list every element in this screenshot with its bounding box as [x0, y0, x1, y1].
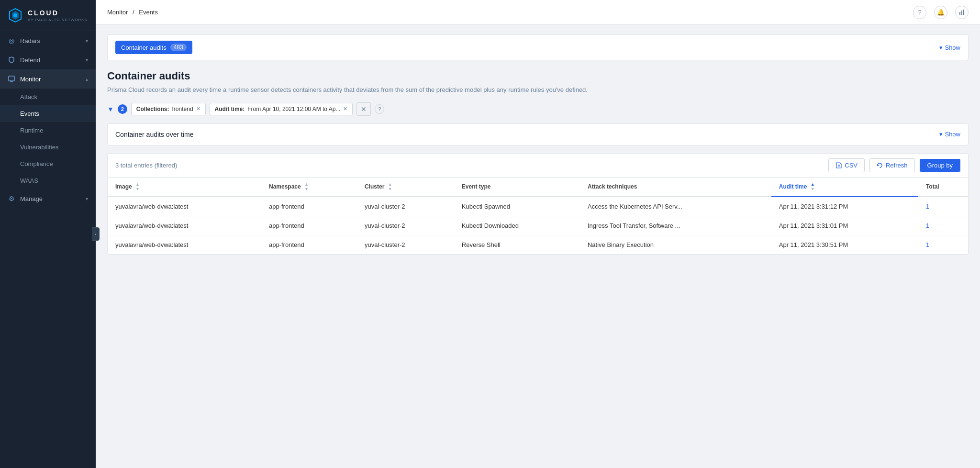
refresh-icon [877, 162, 883, 168]
col-total-label: Total [926, 183, 939, 190]
refresh-button[interactable]: Refresh [869, 158, 915, 172]
radars-chevron: ▾ [86, 38, 88, 44]
csv-label: CSV [845, 162, 858, 169]
sidebar-sub-attack[interactable]: Attack [0, 89, 96, 105]
cell-event-type-2: Reverse Shell [454, 235, 580, 254]
total-link-0[interactable]: 1 [926, 203, 929, 210]
sidebar-sub-waas[interactable]: WAAS [0, 172, 96, 189]
table-row[interactable]: yuvalavra/web-dvwa:latest app-frontend y… [108, 216, 968, 235]
filter-tab-label: Container audits [121, 44, 167, 51]
sidebar-sub-compliance-label: Compliance [20, 160, 53, 167]
chart-section: Container audits over time ▾ Show [107, 123, 969, 145]
cell-audit-time-2: Apr 11, 2021 3:30:51 PM [771, 235, 918, 254]
filter-chip-audit-value: From Apr 10, 2021 12:00 AM to Ap... [247, 106, 340, 112]
analytics-button[interactable] [955, 6, 969, 19]
notifications-button[interactable]: 🔔 [934, 6, 947, 19]
sidebar-sub-events[interactable]: Events [0, 105, 96, 122]
col-cluster-label: Cluster [365, 183, 384, 189]
groupby-label: Group by [927, 162, 953, 169]
col-namespace[interactable]: Namespace ▲▼ [261, 178, 357, 197]
filter-chip-audit-remove[interactable]: ✕ [343, 106, 347, 112]
col-cluster[interactable]: Cluster ▲▼ [357, 178, 454, 197]
col-event-type: Event type [454, 178, 580, 197]
sidebar-item-manage[interactable]: ⚙ Manage ▾ [0, 189, 96, 208]
filter-chip-collections[interactable]: Collections: frontend ✕ [131, 103, 206, 115]
cell-attack-techniques-0: Access the Kubernetes API Serv... [580, 197, 771, 216]
header: Monitor / Events ? 🔔 [96, 0, 980, 25]
col-image-sort: ▲▼ [135, 182, 140, 191]
col-image[interactable]: Image ▲▼ [108, 178, 261, 197]
filter-chips-row: ▼ 2 Collections: frontend ✕ Audit time: … [107, 102, 969, 116]
filter-chip-audit-time[interactable]: Audit time: From Apr 10, 2021 12:00 AM t… [210, 103, 353, 115]
monitor-chevron: ▴ [86, 77, 88, 82]
cell-cluster-1: yuval-cluster-2 [357, 216, 454, 235]
table-section: 3 total entries (filtered) CSV Refresh G… [107, 153, 969, 255]
sidebar-sub-runtime-label: Runtime [20, 127, 43, 134]
sidebar: CLOUD BY PALO ALTO NETWORKS ◎ Radars ▾ D… [0, 0, 96, 468]
filter-clear-all-button[interactable]: ✕ [356, 102, 371, 116]
breadcrumb: Monitor / Events [107, 9, 158, 16]
table-header: Image ▲▼ Namespace ▲▼ Cluster ▲▼ Event [108, 178, 968, 197]
sidebar-sub-waas-label: WAAS [20, 177, 38, 184]
sidebar-item-defend[interactable]: Defend ▾ [0, 50, 96, 69]
filter-chip-audit-label: Audit time: [215, 106, 245, 112]
monitor-icon [8, 75, 15, 83]
svg-rect-7 [963, 10, 964, 15]
table-toolbar: 3 total entries (filtered) CSV Refresh G… [108, 154, 968, 178]
sidebar-item-radars-label: Radars [20, 37, 40, 45]
filter-bar: Container audits 483 ▾ Show [107, 34, 969, 60]
svg-rect-3 [9, 76, 14, 81]
cell-event-type-0: Kubectl Spawned [454, 197, 580, 216]
cell-namespace-0: app-frontend [261, 197, 357, 216]
total-link-1[interactable]: 1 [926, 222, 929, 229]
filter-help-button[interactable]: ? [375, 104, 384, 114]
chart-chevron-icon: ▾ [939, 131, 943, 138]
page-description: Prisma Cloud records an audit every time… [107, 85, 969, 95]
svg-rect-6 [961, 11, 962, 15]
sidebar-item-defend-label: Defend [20, 56, 40, 64]
sidebar-collapse-button[interactable]: ‹ [92, 227, 100, 241]
col-audit-time-sort: ▲▼ [811, 182, 815, 191]
col-image-label: Image [115, 183, 132, 189]
filter-bar-show-link[interactable]: ▾ Show [939, 44, 960, 51]
col-audit-time[interactable]: Audit time ▲▼ [771, 178, 918, 197]
filter-funnel-icon: ▼ [107, 105, 114, 113]
chevron-down-icon: ▾ [939, 44, 943, 51]
content-area: Container audits 483 ▾ Show Container au… [96, 25, 980, 468]
refresh-label: Refresh [886, 162, 908, 169]
page-title: Container audits [107, 70, 969, 82]
main-content: Monitor / Events ? 🔔 Container audits 48… [96, 0, 980, 468]
total-link-2[interactable]: 1 [926, 241, 929, 248]
logo: CLOUD BY PALO ALTO NETWORKS [0, 0, 96, 31]
help-button[interactable]: ? [913, 6, 926, 19]
filter-chip-collections-remove[interactable]: ✕ [196, 106, 200, 112]
sidebar-item-monitor-label: Monitor [20, 76, 41, 83]
sidebar-nav: ◎ Radars ▾ Defend ▾ Monitor ▴ [0, 31, 96, 208]
sidebar-item-radars[interactable]: ◎ Radars ▾ [0, 31, 96, 50]
chart-show-link[interactable]: ▾ Show [939, 131, 960, 138]
cell-image-2: yuvalavra/web-dvwa:latest [108, 235, 261, 254]
sidebar-sub-vulnerabilities[interactable]: Vulnerabilities [0, 139, 96, 156]
cell-image-0: yuvalavra/web-dvwa:latest [108, 197, 261, 216]
filter-chip-collections-value: frontend [172, 106, 193, 112]
table-actions: CSV Refresh Group by [828, 158, 960, 172]
cell-audit-time-0: Apr 11, 2021 3:31:12 PM [771, 197, 918, 216]
col-event-type-label: Event type [462, 183, 491, 190]
table-row[interactable]: yuvalavra/web-dvwa:latest app-frontend y… [108, 197, 968, 216]
table-row[interactable]: yuvalavra/web-dvwa:latest app-frontend y… [108, 235, 968, 254]
breadcrumb-parent: Monitor [107, 9, 128, 16]
header-actions: ? 🔔 [913, 6, 969, 19]
sidebar-sub-attack-label: Attack [20, 93, 37, 100]
csv-button[interactable]: CSV [828, 158, 865, 172]
defend-chevron: ▾ [86, 57, 88, 63]
filter-tab-container-audits[interactable]: Container audits 483 [115, 41, 192, 54]
table-entries-label: 3 total entries (filtered) [115, 162, 177, 169]
col-attack-techniques-label: Attack techniques [588, 183, 637, 190]
sidebar-sub-runtime[interactable]: Runtime [0, 122, 96, 139]
cell-total-0: 1 [918, 197, 968, 216]
sidebar-sub-vulnerabilities-label: Vulnerabilities [20, 144, 58, 151]
sidebar-sub-compliance[interactable]: Compliance [0, 156, 96, 172]
svg-point-2 [13, 13, 17, 17]
groupby-button[interactable]: Group by [920, 159, 960, 172]
sidebar-item-monitor[interactable]: Monitor ▴ [0, 69, 96, 89]
